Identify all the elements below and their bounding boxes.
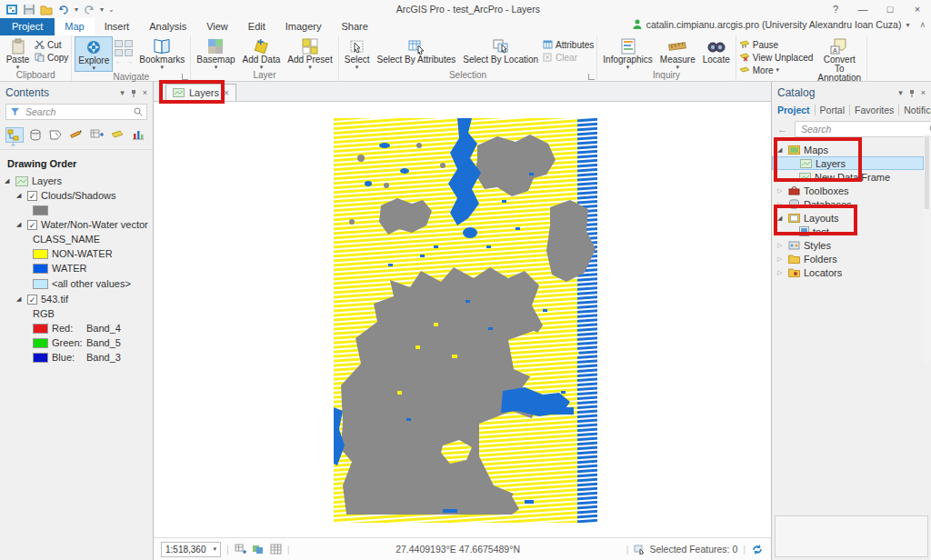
layer-node-543tif[interactable]: ◢ ✓ 543.tif	[0, 292, 153, 306]
list-by-editing-button[interactable]	[67, 127, 85, 143]
pause-labeling-button[interactable]: Pause	[739, 39, 814, 50]
scale-dropdown-icon[interactable]: ▾	[213, 546, 216, 552]
catalog-pin-icon[interactable]	[908, 89, 916, 97]
tab-edit[interactable]: Edit	[238, 18, 275, 35]
list-by-charts-button[interactable]	[129, 127, 147, 143]
map-canvas[interactable]	[154, 102, 771, 537]
dialog-launcher-icon[interactable]	[182, 74, 188, 80]
more-dropdown-icon[interactable]: ▾	[776, 67, 780, 73]
paste-button[interactable]: Paste ▾	[3, 36, 33, 70]
tab-view[interactable]: View	[196, 18, 238, 35]
copy-button[interactable]: Copy	[35, 52, 68, 63]
select-by-attributes-button[interactable]: Select By Attributes	[375, 36, 459, 70]
dialog-launcher-icon[interactable]	[588, 74, 595, 80]
explore-button[interactable]: Explore ▾	[75, 36, 113, 72]
full-extent-icon[interactable]	[115, 40, 123, 47]
tab-map[interactable]: Map	[55, 18, 94, 35]
new-map-grid-icon[interactable]	[235, 544, 246, 555]
layer-checkbox[interactable]: ✓	[27, 295, 37, 305]
attributes-button[interactable]: Attributes	[543, 39, 594, 50]
attribute-table-icon[interactable]	[270, 544, 282, 555]
previous-extent-icon[interactable]	[115, 49, 123, 56]
catalog-search-input[interactable]	[799, 123, 926, 135]
convert-to-annotation-button[interactable]: A Convert To Annotation	[815, 36, 864, 83]
catalog-node-layouts[interactable]: ◢ Layouts	[772, 211, 931, 225]
catalog-node-maps[interactable]: ◢ Maps	[772, 143, 931, 156]
expander-icon[interactable]: ▷	[777, 255, 785, 263]
back-icon[interactable]: ←	[777, 124, 787, 135]
tab-project[interactable]: Project	[0, 18, 55, 35]
catalog-node-layers[interactable]: Layers	[772, 156, 924, 170]
next-extent-icon[interactable]	[125, 49, 133, 56]
bookmarks-dropdown-icon[interactable]: ▾	[161, 65, 165, 70]
collapse-ribbon-icon[interactable]: ∧	[919, 20, 926, 29]
expander-icon[interactable]: ▷	[777, 201, 785, 208]
catalog-node-locators[interactable]: ▷ Locators	[772, 265, 931, 279]
view-unplaced-button[interactable]: View Unplaced	[739, 52, 814, 63]
open-project-button[interactable]	[40, 4, 53, 15]
layer-node-root[interactable]: ◢ Layers	[0, 174, 153, 188]
tab-insert[interactable]: Insert	[95, 18, 140, 35]
infographics-button[interactable]: Infographics ▾	[600, 36, 655, 70]
contents-search-input[interactable]	[24, 105, 130, 118]
undo-dropdown-icon[interactable]: ▾	[75, 5, 78, 14]
list-by-snapping-button[interactable]	[88, 127, 106, 143]
contents-pin-icon[interactable]	[130, 89, 137, 97]
catalog-node-new-data-frame[interactable]: New Data Frame	[772, 170, 931, 184]
tab-imagery[interactable]: Imagery	[275, 18, 332, 35]
contents-dropdown-icon[interactable]: ▾	[120, 88, 125, 97]
expander-icon[interactable]: ◢	[5, 177, 12, 185]
scale-combobox[interactable]: 1:518,360 ▾	[161, 542, 221, 557]
catalog-tab-favorites[interactable]: Favorites	[850, 105, 899, 115]
cut-button[interactable]: Cut	[35, 39, 68, 50]
catalog-node-databases[interactable]: ▷ Databases	[772, 197, 931, 211]
catalog-dropdown-icon[interactable]: ▾	[898, 88, 903, 97]
clear-button[interactable]: Clear	[543, 52, 594, 63]
account-dropdown-icon[interactable]: ▾	[906, 21, 909, 29]
tab-share[interactable]: Share	[332, 18, 378, 35]
measure-button[interactable]: Measure ▾	[657, 36, 698, 70]
explore-dropdown-icon[interactable]: ▾	[93, 65, 96, 71]
expander-icon[interactable]: ◢	[16, 295, 24, 303]
expander-icon[interactable]: ◢	[777, 146, 785, 154]
catalog-node-folders[interactable]: ▷ Folders	[772, 252, 931, 265]
catalog-close-icon[interactable]: ×	[921, 88, 926, 97]
flicker-icon[interactable]	[252, 544, 265, 555]
expander-icon[interactable]: ▷	[777, 242, 785, 249]
catalog-node-test-layout[interactable]: test	[772, 225, 931, 238]
expander-icon[interactable]: ◢	[777, 215, 785, 222]
expander-icon[interactable]: ◢	[16, 192, 24, 199]
layer-checkbox[interactable]: ✓	[27, 191, 37, 201]
catalog-scrollbar[interactable]	[924, 135, 930, 362]
expander-icon[interactable]: ▷	[777, 269, 785, 276]
list-by-data-source-button[interactable]	[26, 127, 45, 143]
list-by-selection-button[interactable]	[46, 127, 65, 143]
locate-button[interactable]: Locate	[700, 36, 733, 70]
map-tab-close-icon[interactable]: ×	[224, 88, 229, 98]
basemap-button[interactable]: Basemap ▾	[194, 36, 237, 70]
undo-button[interactable]	[57, 4, 70, 15]
tab-analysis[interactable]: Analysis	[139, 18, 196, 35]
scrollbar-thumb[interactable]	[925, 136, 929, 209]
save-project-button[interactable]	[23, 4, 35, 15]
redo-button[interactable]	[83, 4, 95, 15]
more-labeling-button[interactable]: More ▾	[739, 65, 814, 75]
catalog-tab-project[interactable]: Project	[777, 105, 816, 115]
contents-search[interactable]	[5, 104, 147, 120]
catalog-tab-notifications[interactable]: Notifications*	[899, 105, 931, 115]
fixed-zoom-in-icon[interactable]	[125, 40, 133, 47]
layer-node-water-vector[interactable]: ◢ ✓ Water/Non-Water vector	[0, 217, 153, 232]
contents-close-icon[interactable]: ×	[143, 88, 147, 97]
account-area[interactable]: catalin.cimpianu.arcgis.pro (University …	[633, 19, 926, 30]
layer-checkbox[interactable]: ✓	[27, 220, 37, 230]
selected-features-indicator[interactable]: Selected Features: 0	[634, 544, 737, 555]
maximize-button[interactable]: □	[876, 4, 904, 15]
catalog-tab-portal[interactable]: Portal	[816, 105, 850, 115]
add-data-button[interactable]: Add Data ▾	[240, 36, 284, 70]
customize-qat-icon[interactable]: ⌄	[108, 5, 115, 14]
map-tab-layers[interactable]: Layers ×	[165, 84, 236, 101]
close-button[interactable]: ×	[904, 4, 931, 15]
minimize-button[interactable]: —	[849, 4, 876, 15]
back-arrow-icon[interactable]: ←	[115, 58, 124, 65]
catalog-node-styles[interactable]: ▷ Styles	[772, 238, 931, 252]
